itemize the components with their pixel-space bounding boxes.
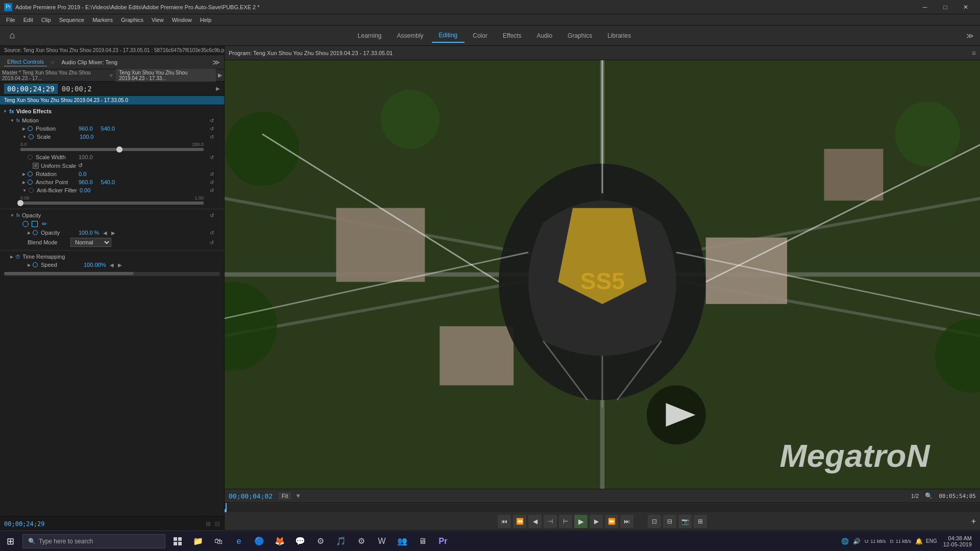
tab-audio[interactable]: Audio <box>529 29 559 42</box>
antiflicker-reset[interactable]: ↺ <box>210 188 214 193</box>
btn-overwrite[interactable]: ⊞ <box>694 515 707 528</box>
program-current-time[interactable]: 00;00;04;02 <box>229 492 273 500</box>
scale-width-value[interactable]: 100.0 <box>79 154 93 160</box>
menu-help[interactable]: Help <box>196 16 216 24</box>
btn-step-to-out[interactable]: ⊢ <box>559 515 572 528</box>
tab-libraries[interactable]: Libraries <box>600 29 638 42</box>
menu-graphics[interactable]: Graphics <box>117 16 148 24</box>
btn-step-forward-far[interactable]: ⏭ <box>620 515 633 528</box>
divider-2 <box>0 250 224 251</box>
taskbar-adobe[interactable]: Pr <box>433 531 453 552</box>
btn-frame-forward[interactable]: ▶ <box>590 515 603 528</box>
btn-insert[interactable]: 📷 <box>678 515 692 528</box>
menu-markers[interactable]: Markers <box>88 16 117 24</box>
scale-reset[interactable]: ↺ <box>210 134 214 140</box>
tab-editing[interactable]: Editing <box>432 29 465 43</box>
opacity-value[interactable]: 100.0 % <box>79 230 99 236</box>
taskbar-word[interactable]: W <box>372 531 392 552</box>
tab-graphics[interactable]: Graphics <box>560 29 599 42</box>
taskbar-store[interactable]: 🛍 <box>208 531 229 552</box>
menu-clip[interactable]: Clip <box>37 16 55 24</box>
taskbar-firefox[interactable]: 🦊 <box>270 531 290 552</box>
scale-value[interactable]: 100.0 <box>80 134 94 140</box>
tab-learning[interactable]: Learning <box>351 29 389 42</box>
task-view-btn[interactable] <box>167 531 188 552</box>
rotation-reset[interactable]: ↺ <box>210 171 214 177</box>
close-button[interactable]: ✕ <box>955 0 976 14</box>
playback-ruler[interactable] <box>225 503 980 512</box>
btn-step-to-in[interactable]: ⊣ <box>544 515 557 528</box>
video-effects-arrow[interactable]: ▼ <box>3 109 7 114</box>
tab-effect-controls[interactable]: Effect Controls <box>4 58 47 66</box>
antiflicker-value[interactable]: 0.00 <box>80 187 90 193</box>
scale-slider[interactable] <box>20 148 204 151</box>
taskbar-chrome[interactable]: 🔵 <box>249 531 270 552</box>
anchor-y[interactable]: 540.0 <box>101 179 115 185</box>
antiflicker-label: Anti-flicker Filter <box>37 187 78 193</box>
taskbar-misc1[interactable]: ⚙ <box>310 531 331 552</box>
clip-label-bar: Teng Xun Shou You Zhu Shou 2019.04.23 - … <box>0 96 224 105</box>
anchor-reset[interactable]: ↺ <box>210 180 214 185</box>
motion-reset[interactable]: ↺ <box>210 118 214 123</box>
menu-window[interactable]: Window <box>168 16 196 24</box>
opacity-reset[interactable]: ↺ <box>210 230 214 236</box>
start-button[interactable]: ⊞ <box>0 531 20 552</box>
btn-step-back[interactable]: ⏪ <box>513 515 526 528</box>
fit-select[interactable]: Fit <box>279 492 291 499</box>
minimize-button[interactable]: ─ <box>915 0 935 14</box>
clip-name[interactable]: Teng Xun Shou You Zhu Shou 2019.04.23 - … <box>116 69 216 82</box>
rotation-value[interactable]: 0.0 <box>79 171 86 177</box>
antiflicker-thumb[interactable] <box>17 200 23 206</box>
home-icon[interactable]: ⌂ <box>4 28 20 44</box>
volume-icon[interactable]: 🔊 <box>852 537 862 546</box>
blend-mode-select[interactable]: Normal Dissolve Multiply Screen Overlay <box>70 238 111 247</box>
time-current[interactable]: 00;00;24;29 <box>4 84 58 94</box>
taskbar-whatsapp[interactable]: 💬 <box>290 531 310 552</box>
btn-step-back-far[interactable]: ⏮ <box>498 515 511 528</box>
panel-close-icon[interactable]: ≫ <box>212 58 220 66</box>
anchor-x[interactable]: 960.0 <box>79 179 93 185</box>
btn-play[interactable]: ▶ <box>574 515 587 528</box>
effects-hscroll[interactable] <box>4 272 220 276</box>
antiflicker-slider[interactable] <box>20 202 204 205</box>
fit-dropdown-icon[interactable]: ▼ <box>295 492 301 499</box>
tab-color[interactable]: Color <box>465 29 495 42</box>
speed-value[interactable]: 100.00% <box>84 262 106 268</box>
taskbar-settings[interactable]: ⚙ <box>351 531 372 552</box>
time-display: 04:38 AM <box>943 535 972 541</box>
menu-view[interactable]: View <box>148 16 168 24</box>
uniform-scale-reset[interactable]: ↺ <box>78 162 83 169</box>
scale-width-reset[interactable]: ↺ <box>210 155 214 160</box>
scale-thumb[interactable] <box>116 146 122 153</box>
taskbar-edge[interactable]: e <box>229 531 249 552</box>
taskbar-search-box[interactable]: 🔍 Type here to search <box>22 534 165 548</box>
menu-edit[interactable]: Edit <box>19 16 37 24</box>
nav-more-icon[interactable]: ≫ <box>964 30 976 42</box>
add-track-button[interactable]: + <box>971 517 976 526</box>
btn-frame-back[interactable]: ◀ <box>528 515 542 528</box>
menu-file[interactable]: File <box>2 16 19 24</box>
position-reset[interactable]: ↺ <box>210 126 214 132</box>
program-menu-icon[interactable]: ≡ <box>972 49 976 57</box>
position-x[interactable]: 960.0 <box>79 126 93 132</box>
tab-assembly[interactable]: Assembly <box>390 29 431 42</box>
taskbar-spotify[interactable]: 🎵 <box>331 531 351 552</box>
taskbar-explorer[interactable]: 📁 <box>188 531 208 552</box>
btn-step-forward[interactable]: ⏩ <box>605 515 618 528</box>
tab-effects[interactable]: Effects <box>496 29 528 42</box>
tab-audio-clip-mixer[interactable]: Audio Clip Mixer: Teng <box>58 58 120 66</box>
btn-lift[interactable]: ⊡ <box>648 515 661 528</box>
taskbar-misc2[interactable]: 🖥 <box>412 531 433 552</box>
opacity-section-reset[interactable]: ↺ <box>210 213 214 218</box>
position-y[interactable]: 540.0 <box>101 126 115 132</box>
taskbar-teams[interactable]: 👥 <box>392 531 412 552</box>
btn-extract[interactable]: ⊟ <box>663 515 676 528</box>
blend-reset[interactable]: ↺ <box>210 240 214 245</box>
network-icon[interactable]: 🌐 <box>840 537 850 546</box>
menu-sequence[interactable]: Sequence <box>55 16 89 24</box>
maximize-button[interactable]: □ <box>935 0 955 14</box>
app-icon: Pr <box>4 3 12 11</box>
uniform-scale-checkbox[interactable]: ✓ <box>33 163 39 169</box>
notification-icon[interactable]: 🔔 <box>914 537 924 546</box>
opacity-header-row: ▼ fx Opacity ↺ <box>0 211 224 219</box>
